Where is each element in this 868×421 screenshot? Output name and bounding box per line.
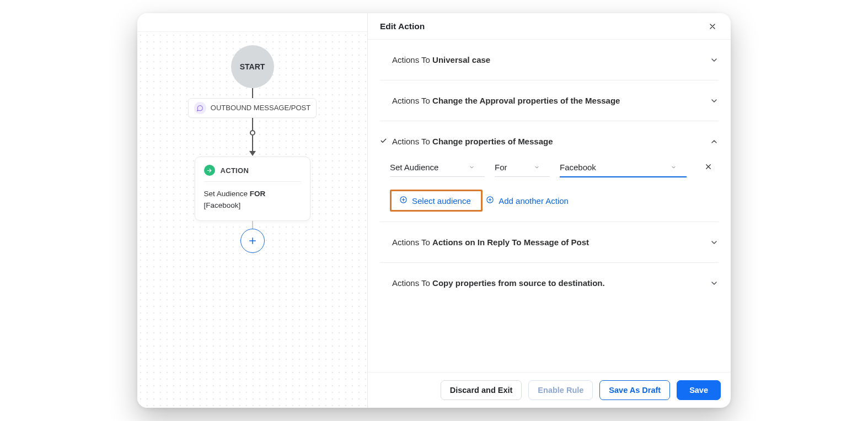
chevron-down-icon xyxy=(710,238,719,247)
config-row: Set Audience For Facebook xyxy=(390,160,719,177)
channel-select[interactable]: Facebook xyxy=(560,160,687,177)
close-button[interactable] xyxy=(706,20,719,33)
check-icon xyxy=(380,137,388,146)
select-value: For xyxy=(495,163,507,172)
action-node[interactable]: ACTION Set Audience FOR [Facebook] xyxy=(195,156,310,221)
panel-title: Edit Action xyxy=(380,21,425,31)
save-draft-button[interactable]: Save As Draft xyxy=(599,380,670,400)
plus-circle-icon xyxy=(486,196,494,206)
select-audience-label: Select audience xyxy=(412,196,471,206)
connector xyxy=(252,136,253,151)
section-title: Change properties of Message xyxy=(432,137,553,146)
start-node-label: START xyxy=(240,62,265,71)
action-text: Set Audience xyxy=(204,190,250,198)
chevron-down-icon xyxy=(671,163,677,172)
section-title: Universal case xyxy=(432,55,490,64)
flow-area[interactable]: START OUTBOUND MESSAGE/POST xyxy=(137,32,367,408)
section-change-properties[interactable]: Actions To Change properties of Message xyxy=(380,121,719,156)
section-universal-case[interactable]: Actions To Universal case xyxy=(380,40,719,80)
add-node-button[interactable] xyxy=(240,229,265,253)
connector xyxy=(252,88,253,98)
select-audience-highlight: Select audience xyxy=(390,190,483,212)
save-button[interactable]: Save xyxy=(677,380,721,400)
close-icon xyxy=(704,163,712,171)
section-title: Actions on In Reply To Message of Post xyxy=(432,238,589,247)
section-copy-properties[interactable]: Actions To Copy properties from source t… xyxy=(380,263,719,299)
section-prefix: Actions To xyxy=(392,137,432,146)
action-type-select[interactable]: Set Audience xyxy=(390,160,485,177)
action-node-body: Set Audience FOR [Facebook] xyxy=(204,182,301,212)
add-another-action-button[interactable]: Add another Action xyxy=(486,196,569,206)
select-value: Set Audience xyxy=(390,163,438,172)
trigger-node[interactable]: OUTBOUND MESSAGE/POST xyxy=(188,98,317,118)
add-another-label: Add another Action xyxy=(499,196,569,206)
section-in-reply-to[interactable]: Actions To Actions on In Reply To Messag… xyxy=(380,222,719,262)
close-icon xyxy=(708,22,717,31)
connector xyxy=(252,221,253,229)
panel-header: Edit Action xyxy=(368,13,731,40)
canvas-toolbar xyxy=(137,13,367,32)
section-title: Copy properties from source to destinati… xyxy=(432,278,605,288)
edit-action-modal: START OUTBOUND MESSAGE/POST xyxy=(137,13,731,408)
section-prefix: Actions To xyxy=(392,55,432,64)
trigger-label: OUTBOUND MESSAGE/POST xyxy=(211,104,310,112)
discard-button[interactable]: Discard and Exit xyxy=(441,380,522,400)
footer: Discard and Exit Enable Rule Save As Dra… xyxy=(368,372,731,408)
start-node[interactable]: START xyxy=(231,45,274,88)
section-prefix: Actions To xyxy=(392,238,432,247)
message-icon xyxy=(194,102,206,114)
edit-action-panel: Edit Action Actions To Universal case xyxy=(368,13,731,408)
section-prefix: Actions To xyxy=(392,278,432,288)
for-select[interactable]: For xyxy=(495,160,550,177)
enable-rule-button[interactable]: Enable Rule xyxy=(528,380,593,400)
action-node-heading: ACTION xyxy=(221,166,249,175)
chevron-down-icon xyxy=(534,163,540,172)
select-audience-button[interactable]: Select audience xyxy=(399,196,471,206)
connector xyxy=(252,118,253,130)
chevron-down-icon xyxy=(710,279,719,288)
chevron-up-icon xyxy=(710,137,719,146)
chevron-down-icon xyxy=(710,56,719,64)
workflow-canvas: START OUTBOUND MESSAGE/POST xyxy=(137,13,368,408)
section-prefix: Actions To xyxy=(392,96,432,105)
section-title: Change the Approval properties of the Me… xyxy=(432,96,620,105)
action-for: FOR xyxy=(250,190,266,198)
select-value: Facebook xyxy=(560,163,596,172)
connector-dot[interactable] xyxy=(250,130,255,136)
plus-circle-icon xyxy=(399,196,408,206)
remove-row-button[interactable] xyxy=(704,160,712,173)
chevron-down-icon xyxy=(710,96,719,105)
plus-icon xyxy=(248,236,258,246)
chevron-down-icon xyxy=(469,163,475,172)
action-config: Set Audience For Facebook xyxy=(380,156,719,222)
section-approval-properties[interactable]: Actions To Change the Approval propertie… xyxy=(380,80,719,121)
action-target: [Facebook] xyxy=(204,201,241,209)
arrow-right-icon xyxy=(204,165,215,176)
